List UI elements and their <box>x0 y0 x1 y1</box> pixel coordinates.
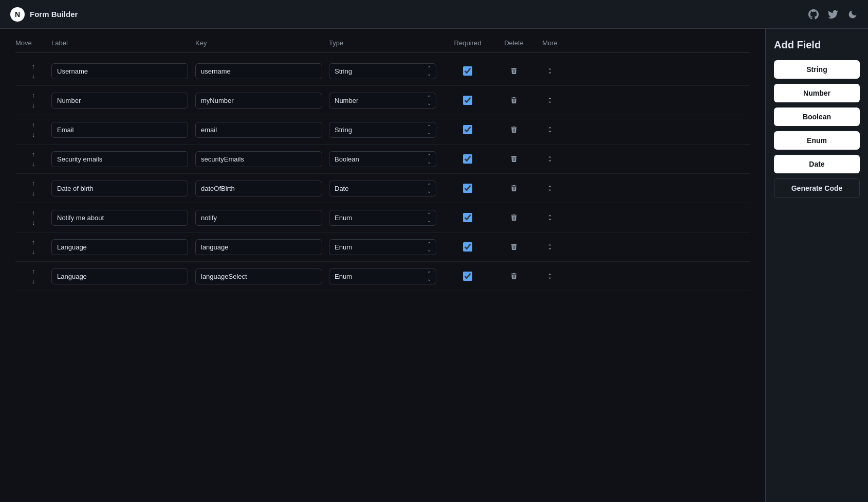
label-cell <box>51 210 195 226</box>
type-select[interactable]: StringNumberBooleanEnumDate <box>329 181 436 196</box>
move-col: ↑ ↓ <box>15 120 51 139</box>
label-input[interactable] <box>51 210 188 226</box>
label-input[interactable] <box>51 151 188 167</box>
more-button[interactable] <box>544 211 556 224</box>
table-row: ↑ ↓ StringNumberBooleanEnumDate <box>15 57 750 86</box>
label-input[interactable] <box>51 181 188 196</box>
move-up-button[interactable]: ↑ <box>30 150 38 158</box>
required-checkbox[interactable] <box>463 242 472 252</box>
more-button[interactable] <box>544 270 556 282</box>
type-select-wrapper: StringNumberBooleanEnumDate <box>329 239 436 255</box>
label-input[interactable] <box>51 239 188 255</box>
more-cell <box>534 123 565 136</box>
move-col: ↑ ↓ <box>15 150 51 168</box>
col-header-move: Move <box>15 39 51 47</box>
key-cell <box>195 239 329 255</box>
required-checkbox[interactable] <box>463 213 472 222</box>
more-button[interactable] <box>544 241 556 253</box>
delete-cell <box>493 94 534 106</box>
github-icon[interactable] <box>808 9 819 20</box>
delete-button[interactable] <box>508 123 520 136</box>
type-cell: StringNumberBooleanEnumDate <box>329 181 442 196</box>
twitter-icon[interactable] <box>828 9 838 20</box>
type-select[interactable]: StringNumberBooleanEnumDate <box>329 93 436 109</box>
key-input[interactable] <box>195 63 322 79</box>
type-select-wrapper: StringNumberBooleanEnumDate <box>329 63 436 79</box>
more-button[interactable] <box>544 65 556 77</box>
column-headers: Move Label Key Type Required Delete More <box>15 39 750 52</box>
required-cell <box>442 272 493 281</box>
delete-button[interactable] <box>508 270 520 282</box>
add-string-button[interactable]: String <box>774 60 860 79</box>
type-select[interactable]: StringNumberBooleanEnumDate <box>329 210 436 226</box>
type-select-wrapper: StringNumberBooleanEnumDate <box>329 122 436 138</box>
more-button[interactable] <box>544 123 556 136</box>
move-up-button[interactable]: ↑ <box>30 62 38 70</box>
delete-button[interactable] <box>508 211 520 224</box>
key-cell <box>195 268 329 284</box>
label-input[interactable] <box>51 93 188 109</box>
move-down-button[interactable]: ↓ <box>30 130 38 139</box>
type-select[interactable]: StringNumberBooleanEnumDate <box>329 63 436 79</box>
delete-cell <box>493 182 534 194</box>
required-checkbox[interactable] <box>463 96 472 105</box>
key-input[interactable] <box>195 122 322 138</box>
more-cell <box>534 211 565 224</box>
label-input[interactable] <box>51 63 188 79</box>
type-select[interactable]: StringNumberBooleanEnumDate <box>329 239 436 255</box>
required-checkbox[interactable] <box>463 184 472 193</box>
key-input[interactable] <box>195 239 322 255</box>
type-select[interactable]: StringNumberBooleanEnumDate <box>329 151 436 167</box>
generate-code-button[interactable]: Generate Code <box>774 178 860 198</box>
move-up-button[interactable]: ↑ <box>30 179 38 188</box>
key-input[interactable] <box>195 151 322 167</box>
move-up-button[interactable]: ↑ <box>30 208 38 217</box>
delete-button[interactable] <box>508 153 520 165</box>
required-checkbox[interactable] <box>463 66 472 76</box>
required-checkbox[interactable] <box>463 154 472 164</box>
add-boolean-button[interactable]: Boolean <box>774 107 860 126</box>
add-number-button[interactable]: Number <box>774 84 860 102</box>
label-input[interactable] <box>51 122 188 138</box>
delete-button[interactable] <box>508 65 520 77</box>
type-select-wrapper: StringNumberBooleanEnumDate <box>329 181 436 196</box>
type-select[interactable]: StringNumberBooleanEnumDate <box>329 122 436 138</box>
key-cell <box>195 93 329 109</box>
move-up-button[interactable]: ↑ <box>30 120 38 129</box>
move-up-button[interactable]: ↑ <box>30 267 38 276</box>
move-down-button[interactable]: ↓ <box>30 277 38 285</box>
delete-cell <box>493 123 534 136</box>
delete-button[interactable] <box>508 182 520 194</box>
type-cell: StringNumberBooleanEnumDate <box>329 151 442 167</box>
col-header-label: Label <box>51 39 195 47</box>
more-button[interactable] <box>544 94 556 106</box>
required-checkbox[interactable] <box>463 125 472 134</box>
delete-button[interactable] <box>508 241 520 253</box>
key-cell <box>195 63 329 79</box>
delete-button[interactable] <box>508 94 520 106</box>
move-down-button[interactable]: ↓ <box>30 189 38 198</box>
move-down-button[interactable]: ↓ <box>30 101 38 110</box>
key-input[interactable] <box>195 181 322 196</box>
move-down-button[interactable]: ↓ <box>30 247 38 256</box>
theme-toggle-icon[interactable] <box>847 9 858 20</box>
move-down-button[interactable]: ↓ <box>30 218 38 227</box>
required-cell <box>442 125 493 134</box>
type-select[interactable]: StringNumberBooleanEnumDate <box>329 268 436 284</box>
key-input[interactable] <box>195 268 322 284</box>
required-checkbox[interactable] <box>463 272 472 281</box>
move-up-button[interactable]: ↑ <box>30 238 38 246</box>
more-button[interactable] <box>544 153 556 165</box>
key-input[interactable] <box>195 210 322 226</box>
move-down-button[interactable]: ↓ <box>30 71 38 80</box>
move-up-button[interactable]: ↑ <box>30 91 38 100</box>
more-button[interactable] <box>544 182 556 194</box>
move-down-button[interactable]: ↓ <box>30 159 38 168</box>
add-enum-button[interactable]: Enum <box>774 131 860 150</box>
add-date-button[interactable]: Date <box>774 155 860 173</box>
delete-cell <box>493 65 534 77</box>
col-header-key: Key <box>195 39 329 47</box>
label-input[interactable] <box>51 268 188 284</box>
key-input[interactable] <box>195 93 322 109</box>
col-header-delete: Delete <box>493 39 534 47</box>
